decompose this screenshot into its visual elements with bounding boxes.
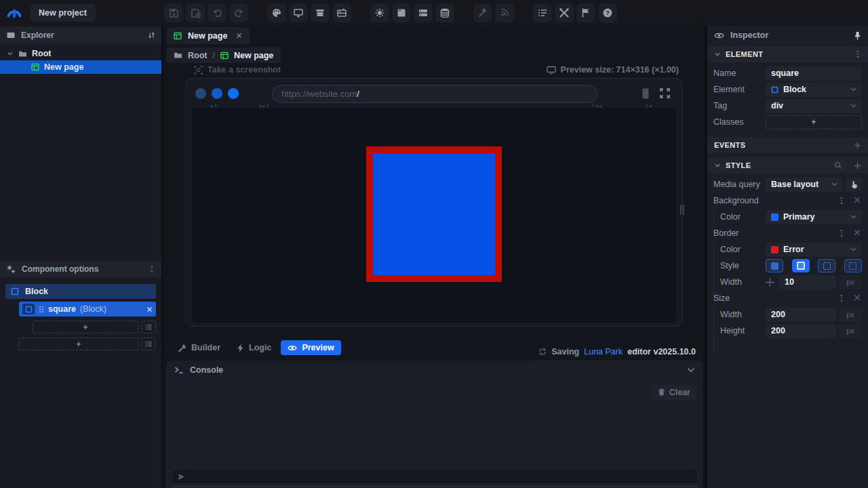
tab-label: New page <box>188 31 227 41</box>
events-section-header[interactable]: EVENTS <box>707 137 868 153</box>
remove-icon[interactable] <box>854 229 861 237</box>
move-icon[interactable] <box>854 50 861 58</box>
svg-text:?: ? <box>606 9 610 16</box>
size-height-input[interactable]: 200 <box>766 324 836 338</box>
archive-icon[interactable] <box>311 3 330 22</box>
app-window: New project ? <box>0 0 868 488</box>
border-style-none-button[interactable] <box>766 259 783 272</box>
events-section-title: EVENTS <box>714 141 745 149</box>
name-input[interactable]: square <box>766 66 862 81</box>
undo-icon[interactable] <box>208 3 226 22</box>
drag-handle-icon[interactable] <box>39 306 44 313</box>
display-icon[interactable] <box>289 3 308 22</box>
border-style-dotted-button[interactable] <box>844 259 862 272</box>
border-style-dashed-button[interactable] <box>818 259 835 272</box>
explorer-header: Explorer <box>0 27 161 43</box>
help-icon[interactable]: ? <box>598 3 617 22</box>
save-as-icon[interactable] <box>186 3 205 22</box>
console-scrollbar[interactable] <box>172 485 698 487</box>
component-type: (Block) <box>80 304 106 314</box>
interaction-state-button[interactable] <box>846 178 862 192</box>
border-width-input[interactable]: 10 <box>779 275 836 289</box>
feature-flag-icon[interactable] <box>576 3 595 22</box>
element-dropdown[interactable]: Block <box>766 83 862 97</box>
close-icon[interactable] <box>146 306 153 312</box>
component-list-icon[interactable] <box>141 321 156 333</box>
border-color-dropdown[interactable]: Error <box>766 243 862 257</box>
mode-preview-button[interactable]: Preview <box>281 340 340 355</box>
app-window-icon[interactable] <box>392 3 411 22</box>
fullscreen-icon[interactable] <box>660 88 670 98</box>
browser-dot-2 <box>212 88 222 99</box>
breadcrumb-separator: / <box>212 51 214 60</box>
url-bar[interactable]: https://website.com/ <box>272 85 597 103</box>
tree-item-root[interactable]: Root <box>0 47 161 60</box>
style-section-header[interactable]: STYLE <box>707 157 868 174</box>
sort-icon[interactable] <box>148 32 155 39</box>
take-screenshot-button[interactable]: Take a screenshot <box>194 65 281 75</box>
move-icon[interactable] <box>838 294 845 302</box>
meta-group: ? <box>533 3 617 22</box>
save-icon[interactable] <box>164 3 183 22</box>
pin-icon[interactable] <box>854 31 861 40</box>
add-component-button[interactable]: + <box>19 338 138 350</box>
component-selected-square[interactable]: square (Block) <box>19 302 156 317</box>
theme-palette-icon[interactable] <box>267 3 286 22</box>
chevron-down-icon <box>850 247 856 251</box>
add-class-button[interactable]: + <box>766 115 862 129</box>
database-icon[interactable] <box>435 3 454 22</box>
mobile-preview-icon[interactable] <box>642 87 650 100</box>
move-icon[interactable] <box>838 197 845 205</box>
tree-item-new-page[interactable]: New page <box>0 60 161 74</box>
chevron-down-icon[interactable] <box>687 367 695 373</box>
tag-dropdown[interactable]: div <box>766 99 862 113</box>
console-clear-button[interactable]: Clear <box>652 385 696 400</box>
bg-color-label: Color <box>713 212 766 222</box>
breadcrumb-page[interactable]: New page <box>234 51 273 60</box>
console-header[interactable]: Console <box>166 361 703 380</box>
plus-icon[interactable] <box>854 142 861 149</box>
tab-new-page[interactable]: New page <box>166 27 250 44</box>
remove-icon[interactable] <box>854 197 861 205</box>
plus-icon[interactable] <box>854 162 861 169</box>
page-icon <box>31 63 39 71</box>
element-section-header[interactable]: ELEMENT <box>707 46 868 62</box>
resize-grip[interactable] <box>680 205 684 215</box>
chevron-down-icon <box>850 215 856 219</box>
settings-gear-icon[interactable] <box>370 3 389 22</box>
chevron-down-icon <box>831 182 837 186</box>
build-hammer-icon[interactable] <box>473 3 492 22</box>
preview-canvas[interactable] <box>192 108 676 323</box>
monitor-icon <box>547 66 556 75</box>
preview-square[interactable] <box>366 146 502 282</box>
components-shelf-icon[interactable] <box>332 3 351 22</box>
search-icon[interactable] <box>834 161 842 169</box>
media-query-dropdown[interactable]: Base layout <box>766 178 843 192</box>
border-color-row: Color Error <box>707 241 868 258</box>
mode-logic-button[interactable]: Logic <box>230 340 278 355</box>
component-list-icon[interactable] <box>141 338 156 350</box>
redo-icon[interactable] <box>229 3 248 22</box>
sides-icon[interactable] <box>766 278 776 287</box>
logs-list-icon[interactable] <box>533 3 552 22</box>
bg-color-dropdown[interactable]: Primary <box>766 210 862 224</box>
size-width-input[interactable]: 200 <box>766 308 836 322</box>
server-icon[interactable] <box>414 3 433 22</box>
publish-signal-icon[interactable] <box>495 3 514 22</box>
browser-dot-3 <box>228 88 239 99</box>
project-name-button[interactable]: New project <box>30 4 96 22</box>
border-style-solid-button[interactable] <box>792 259 810 272</box>
breadcrumb-root[interactable]: Root <box>188 51 207 60</box>
brand-link[interactable]: Luna Park <box>584 347 623 357</box>
move-icon[interactable] <box>838 229 845 237</box>
add-component-button[interactable]: + <box>33 321 138 333</box>
move-icon[interactable] <box>149 265 155 273</box>
console-input[interactable] <box>172 469 698 484</box>
tools-icon[interactable] <box>555 3 574 22</box>
app-logo[interactable] <box>5 4 23 22</box>
remove-icon[interactable] <box>854 294 861 302</box>
mode-builder-button[interactable]: Builder <box>171 340 227 355</box>
component-root-block[interactable]: Block <box>5 284 156 299</box>
media-query-label: Media query <box>713 180 766 189</box>
close-icon[interactable] <box>236 33 242 39</box>
